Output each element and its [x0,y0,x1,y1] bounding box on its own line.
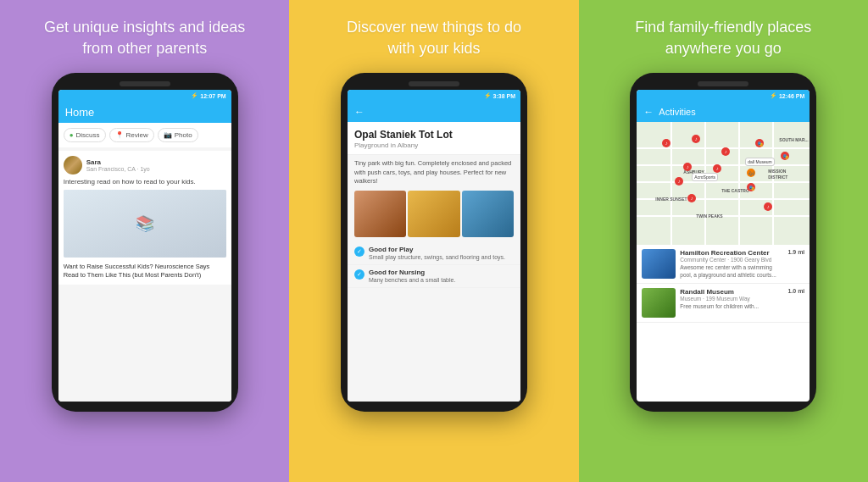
check-icon-1 [354,247,364,257]
status-icons-1: ⚡ 12:07 PM [191,92,225,99]
discuss-label: Discuss [76,131,100,139]
post-text: Interesting read on how to read to your … [64,178,226,186]
map-pin-11: ♪ [687,194,696,202]
app-header-1: Home [58,102,231,123]
map-pin-6: ♪ [713,164,721,173]
activity-item-1[interactable]: Hamilton Recreation Center Community Cen… [637,245,810,284]
road-v-1 [670,122,672,245]
panel-insights: Get unique insights and ideas from other… [0,0,289,482]
user-meta: San Francisco, CA · 1yo [86,166,150,172]
map-pin-5: 🎭 [781,152,789,160]
phone-speaker-3 [698,81,748,86]
photo-label: Photo [175,131,192,139]
activity-thumb-1 [642,249,676,279]
battery-icon-2: ⚡ [484,92,492,99]
feature-nursing-text: Good for Nursing Many benches and a smal… [369,269,455,284]
map-label-south: SOUTH MAR... [779,137,808,142]
battery-icon-1: ⚡ [191,92,198,99]
place-name: Opal Staniek Tot Lot [354,129,514,141]
status-bar-2: ⚡ 3:38 PM [348,90,520,102]
phone-speaker-1 [120,81,170,86]
panel-3-title: Find family-friendly places anywhere you… [635,17,811,59]
activity-item-2[interactable]: Randall Museum Museum · 199 Museum Way F… [637,284,810,323]
place-desc: Tiny park with big fun. Completely enclo… [354,159,514,186]
avatar-image [64,156,82,175]
review-button[interactable]: 📍 Review [109,128,154,142]
user-info: Sara San Francisco, CA · 1yo [64,156,226,175]
home-title: Home [65,106,95,119]
map-pin-12: ♪ [764,202,772,211]
map-label-castro: THE CASTRO [721,188,749,193]
status-icons-2: ⚡ 3:38 PM [484,92,515,99]
road-h-5 [637,215,810,217]
status-bar-1: ⚡ 12:07 PM [58,90,231,102]
activity-name-2: Randall Museum [680,288,783,296]
phone-screen-1: ⚡ 12:07 PM Home ● Discuss 📍 Rev [58,90,231,402]
photo-icon: 📷 [164,131,172,139]
place-image-2 [408,191,459,237]
map-pin-2: ♪ [692,135,700,143]
feature-nursing-desc: Many benches and a small table. [369,276,455,284]
activity-desc-1: Awesome rec center with a swimming pool,… [680,264,783,279]
phone-1: ⚡ 12:07 PM Home ● Discuss 📍 Rev [52,73,238,412]
header-row-2: ← [354,106,514,118]
map-pin-8: 🎶 [747,169,755,177]
panel-2-title: Discover new things to do with your kids [347,17,521,59]
map-label-twin-peaks: TWIN PEAKS [696,213,722,219]
road-h-3 [637,181,810,183]
post-image [64,190,226,258]
place-header: Opal Staniek Tot Lot Playground in Alban… [348,122,520,155]
avatar [64,156,82,175]
map-label-district: DISTRICT [768,175,787,180]
reading-scene [64,190,226,258]
feature-nursing: Good for Nursing Many benches and a smal… [348,265,520,288]
discuss-button[interactable]: ● Discuss [64,128,106,142]
map-pin-10: 🎭 [747,183,755,191]
review-icon: 📍 [115,131,124,139]
time-1: 12:07 PM [200,93,225,99]
map-pin-3: ♪ [721,147,730,156]
panel-activities: Find family-friendly places anywhere you… [579,0,868,482]
activity-sub-1: Community Center · 1900 Geary Blvd [680,257,783,263]
check-icon-2 [354,269,364,280]
activities-header: ← Activities [637,102,810,122]
road-v-3 [738,122,740,245]
user-name: Sara [86,158,150,166]
panel-discover: Discover new things to do with your kids… [289,0,578,482]
feature-play-text: Good for Play Small play structure, swin… [369,246,505,261]
back-arrow-3[interactable]: ← [643,106,654,118]
activities-list: Hamilton Recreation Center Community Cen… [637,245,810,402]
place-type: Playground in Albany [354,141,514,149]
user-details: Sara San Francisco, CA · 1yo [86,158,150,172]
activities-title: Activities [659,107,695,117]
feature-nursing-title: Good for Nursing [369,269,455,276]
activity-name-1: Hamilton Recreation Center [680,249,783,257]
road-h-2 [637,164,810,166]
phone-screen-3: ⚡ 12:46 PM ← Activities [637,90,810,402]
status-bar-3: ⚡ 12:46 PM [637,90,810,102]
photo-button[interactable]: 📷 Photo [158,128,198,142]
activity-dist-2: 1.0 mi [787,288,804,294]
back-arrow-2[interactable]: ← [354,106,364,118]
place-images [354,191,514,237]
post-bottom-text: Want to Raise Successful Kids? Neuroscie… [64,263,226,280]
map-tag-acrosports: AcroSports [692,173,718,181]
phone-2: ⚡ 3:38 PM ← Opal Staniek Tot Lot Playgro… [341,73,527,412]
feature-play-desc: Small play structure, swings, sand floor… [369,253,505,261]
map-tag-museum: dall Museum [745,158,774,166]
review-label: Review [126,131,148,139]
activity-dist-1: 1.9 mi [787,249,804,255]
activity-sub-2: Museum · 199 Museum Way [680,296,783,302]
map-label-mission: MISSION [768,169,786,174]
place-image-3 [462,191,514,237]
feature-play-title: Good for Play [369,246,505,253]
place-image-1 [354,191,406,237]
map-pin-9: ♪ [675,177,683,186]
battery-icon-3: ⚡ [770,92,777,99]
action-buttons: ● Discuss 📍 Review 📷 Photo [58,123,231,147]
app-header-2: ← [348,102,520,122]
road-v-2 [704,122,706,245]
panel-1-title: Get unique insights and ideas from other… [44,17,245,59]
map-area: ASHBURY THE CASTRO INNER SUNSET TWIN PEA… [637,122,810,245]
feature-play: Good for Play Small play structure, swin… [348,242,520,265]
